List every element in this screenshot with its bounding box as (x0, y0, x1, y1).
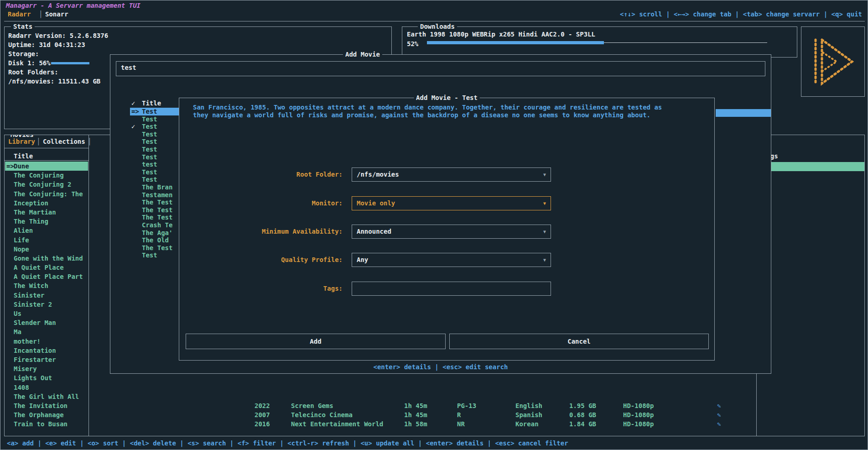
movie-runtime: 1h 45m (404, 410, 427, 419)
quality-profile-select[interactable]: Any▼ (352, 253, 551, 267)
monitored-icon: ✎ (717, 401, 721, 410)
movie-table-row[interactable]: 2022 Screen Gems 1h 45m PG-13 English 1.… (91, 401, 755, 410)
search-result-item[interactable]: Test (130, 168, 179, 176)
movie-studio: Telecinco Cinema (291, 410, 353, 419)
search-result-item[interactable]: Test (130, 153, 179, 161)
movie-list-item[interactable]: The Invitation (5, 401, 88, 410)
movie-list-item[interactable]: Life (5, 235, 88, 245)
movie-list-item[interactable]: A Quiet Place (5, 263, 88, 272)
top-keybindings: <↑↓> scroll | <←→> change tab | <tab> ch… (620, 10, 862, 18)
search-result-item[interactable]: The Old (130, 236, 179, 244)
movie-list-item[interactable]: Inception (5, 199, 88, 208)
search-result-item[interactable]: Crash Te (130, 221, 179, 229)
movie-list-item[interactable]: The Orphanage (5, 410, 88, 419)
movie-year: 2007 (255, 410, 270, 419)
stats-version: Radarr Version: 5.2.6.8376 (8, 32, 108, 39)
tab-library[interactable]: Library (8, 138, 35, 145)
minimum-availability-label: Minimum Availability: (183, 225, 343, 239)
movie-language: English (515, 401, 542, 410)
movie-list-item[interactable]: A Quiet Place Part II (5, 272, 88, 281)
monitored-icon: ✎ (717, 410, 721, 419)
search-result-item[interactable]: Test (130, 146, 179, 153)
movie-list-item[interactable]: Nope (5, 245, 88, 254)
search-result-item[interactable]: Test (130, 115, 179, 123)
chevron-down-icon: ▼ (543, 225, 546, 238)
title-header-underline (5, 160, 88, 161)
stats-uptime: Uptime: 31d 04:31:23 (8, 41, 85, 48)
popup-keybindings: <enter> details | <esc> edit search (110, 363, 771, 371)
downloads-panel: Downloads Earth 1998 1080p WEBRip x265 H… (402, 26, 797, 58)
search-result-item[interactable]: The Test (130, 199, 179, 206)
add-movie-modal: Add Movie - Test San Francisco, 1985. Tw… (179, 98, 715, 361)
movie-table-row[interactable]: 2007 Telecinco Cinema 1h 45m R Spanish 0… (91, 410, 755, 419)
movie-list: =>Dune The Conjuring The Conjuring 2 The… (5, 162, 88, 429)
movie-runtime: 1h 45m (404, 401, 427, 410)
tab-sonarr[interactable]: Sonarr (45, 10, 68, 18)
root-folder-select[interactable]: /nfs/movies▼ (352, 167, 551, 182)
tags-input-box (352, 282, 551, 296)
movie-list-item[interactable]: Slender Man (5, 318, 88, 327)
movie-certification: R (457, 410, 461, 419)
movie-list-item[interactable]: Lights Out (5, 373, 88, 382)
movie-table-visible-rows: 2022 Screen Gems 1h 45m PG-13 English 1.… (91, 401, 755, 429)
stats-rootfolder-value: /nfs/movies: 11511.43 GB (8, 78, 100, 85)
search-result-item[interactable]: test (130, 161, 179, 168)
movie-overview-line1: San Francisco, 1985. Two opposites attra… (193, 104, 662, 111)
movie-search-input[interactable] (121, 64, 739, 71)
tab-collections[interactable]: Collections (43, 138, 85, 145)
tags-input[interactable] (357, 283, 543, 296)
movie-list-item[interactable]: 1408 (5, 383, 88, 392)
movie-list-item[interactable]: Sinister 2 (5, 300, 88, 309)
cancel-button[interactable]: Cancel (449, 334, 709, 349)
movie-list-item[interactable]: The Witch (5, 281, 88, 290)
movie-list-item[interactable]: mother! (5, 337, 88, 346)
search-results-list: ✓Title =>Test Test ✓Test Test Test Test … (130, 99, 179, 259)
search-result-item[interactable]: Testamen (130, 191, 179, 199)
add-movie-popup: Add Movie ✓Title =>Test Test ✓Test Test … (110, 54, 771, 374)
chevron-down-icon: ▼ (543, 253, 546, 267)
search-result-item[interactable]: The Aga' (130, 229, 179, 237)
search-result-item[interactable]: The Test (130, 244, 179, 252)
search-result-item[interactable]: Test (130, 131, 179, 138)
add-button[interactable]: Add (186, 334, 446, 349)
movie-size: 1.95 GB (569, 401, 596, 410)
movie-year: 2016 (255, 419, 270, 429)
movie-overview-line2: they navigate a world full of risks and … (193, 111, 650, 119)
minimum-availability-select[interactable]: Announced▼ (352, 225, 551, 239)
movie-list-item[interactable]: The Martian (5, 208, 88, 217)
movie-list-item[interactable]: Sinister (5, 291, 88, 300)
search-result-item[interactable]: The Test (130, 206, 179, 214)
tab-radarr[interactable]: Radarr (8, 10, 31, 18)
movie-list-item[interactable]: The Conjuring 2 (5, 180, 88, 189)
stats-rootfolders-label: Root Folders: (8, 68, 58, 76)
movie-list-item[interactable]: The Conjuring: The De (5, 189, 88, 199)
movie-list-item[interactable]: Gone with the Wind (5, 254, 88, 263)
stats-storage-label: Storage: (8, 50, 39, 58)
managarr-logo-icon (809, 35, 857, 88)
search-result-item-selected[interactable]: =>Test (130, 108, 179, 115)
search-result-item[interactable]: ✓Test (130, 123, 179, 131)
search-result-item[interactable]: The Test (130, 214, 179, 221)
movie-list-item[interactable]: Incantation (5, 346, 88, 355)
movie-list-item[interactable]: Us (5, 309, 88, 318)
monitor-select[interactable]: Movie only▼ (352, 196, 551, 210)
movie-list-item[interactable]: Misery (5, 364, 88, 373)
movie-list-item[interactable]: The Conjuring (5, 171, 88, 180)
movie-list-item[interactable]: Firestarter (5, 355, 88, 364)
movie-list-item[interactable]: Train to Busan (5, 419, 88, 429)
stats-panel-title: Stats (11, 23, 35, 30)
movie-list-item[interactable]: Ma (5, 327, 88, 336)
movie-certification: NR (457, 419, 465, 429)
search-result-item[interactable]: Test (130, 251, 179, 259)
bottom-keybindings: <a> add | <e> edit | <o> sort | <del> de… (7, 440, 568, 447)
movie-list-item-selected[interactable]: =>Dune (5, 162, 88, 171)
movie-list-item[interactable]: The Girl with All the (5, 392, 88, 401)
search-result-item[interactable]: Test (130, 176, 179, 183)
movie-table-row[interactable]: 2016 Next Entertainment World 1h 58m NR … (91, 419, 755, 429)
movie-list-item[interactable]: The Thing (5, 217, 88, 226)
search-result-item[interactable]: Test (130, 138, 179, 146)
movie-year: 2022 (255, 401, 270, 410)
title-column-header: Title (14, 152, 33, 160)
search-result-item[interactable]: The Bran (130, 183, 179, 191)
movie-list-item[interactable]: Alien (5, 226, 88, 235)
